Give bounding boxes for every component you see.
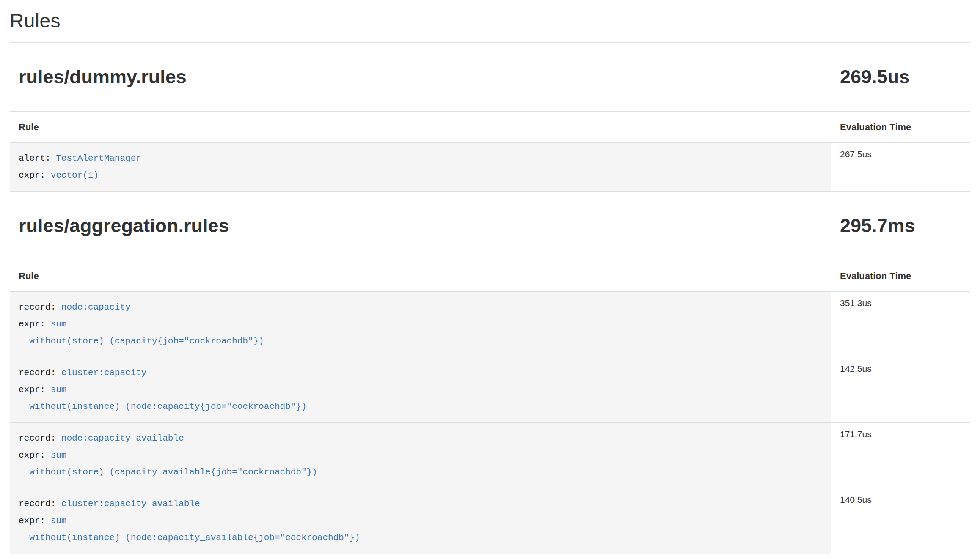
code-keyword: record:	[19, 499, 61, 509]
rule-row: record: cluster:capacityexpr: sum withou…	[10, 357, 970, 423]
code-line: without(store) (capacity{job="cockroachd…	[19, 333, 823, 350]
code-line: expr: vector(1)	[19, 167, 823, 184]
expr-link[interactable]: sum	[51, 385, 67, 395]
alert-name-link[interactable]: TestAlertManager	[56, 153, 141, 163]
rule-evaluation-time: 267.5us	[831, 143, 970, 192]
expr-link[interactable]: sum	[51, 450, 67, 460]
code-keyword: expr:	[19, 170, 51, 180]
rule-evaluation-time: 351.3us	[831, 292, 970, 357]
expr-link[interactable]: without(instance) (node:capacity{job="co…	[19, 402, 307, 411]
code-keyword: record:	[19, 368, 61, 378]
rules-page: Rules rules/dummy.rules269.5usRuleEvalua…	[0, 9, 980, 554]
rule-row: record: node:capacity_availableexpr: sum…	[10, 423, 970, 488]
code-line: expr: sum	[19, 512, 823, 529]
code-line: alert: TestAlertManager	[19, 150, 823, 167]
record-name-link[interactable]: cluster:capacity	[61, 368, 147, 378]
code-line: record: cluster:capacity_available	[19, 496, 823, 512]
record-name-link[interactable]: node:capacity_available	[61, 433, 184, 443]
evaluation-time-column-header: Evaluation Time	[831, 260, 970, 292]
code-keyword: expr:	[19, 319, 51, 329]
record-name-link[interactable]: cluster:capacity_available	[61, 499, 200, 509]
rule-group-file: rules/aggregation.rules	[19, 215, 229, 236]
rule-code-cell: record: cluster:capacity_availableexpr: …	[10, 488, 831, 554]
rule-row: alert: TestAlertManagerexpr: vector(1)26…	[10, 143, 970, 192]
page-title: Rules	[10, 9, 970, 32]
expr-link[interactable]: sum	[51, 319, 67, 329]
expr-link[interactable]: without(store) (capacity_available{job="…	[19, 467, 317, 477]
code-keyword: alert:	[19, 153, 56, 163]
code-line: without(instance) (node:capacity_availab…	[19, 529, 823, 546]
group-evaluation-time: 269.5us	[840, 66, 910, 88]
expr-link[interactable]: sum	[51, 516, 67, 526]
code-line: record: node:capacity_available	[19, 430, 823, 447]
rule-evaluation-time: 171.7us	[831, 423, 970, 488]
code-line: expr: sum	[19, 381, 823, 398]
code-line: without(store) (capacity_available{job="…	[19, 464, 823, 481]
rule-column-header: Rule	[10, 112, 831, 143]
code-keyword: expr:	[19, 516, 51, 526]
code-keyword: expr:	[19, 450, 51, 460]
column-header-row: RuleEvaluation Time	[10, 112, 970, 143]
expr-link[interactable]: without(instance) (node:capacity_availab…	[19, 533, 360, 543]
code-line: without(instance) (node:capacity{job="co…	[19, 398, 823, 415]
code-line: expr: sum	[19, 447, 823, 464]
rule-code-cell: alert: TestAlertManagerexpr: vector(1)	[10, 143, 831, 192]
rule-group-header-row: rules/dummy.rules269.5us	[10, 43, 970, 112]
column-header-row: RuleEvaluation Time	[10, 260, 970, 292]
expr-link[interactable]: without(store) (capacity{job="cockroachd…	[19, 336, 264, 346]
rule-code-cell: record: cluster:capacityexpr: sum withou…	[10, 357, 831, 423]
group-evaluation-time: 295.7ms	[840, 215, 915, 236]
code-keyword: record:	[19, 433, 61, 443]
rule-row: record: cluster:capacity_availableexpr: …	[10, 488, 970, 554]
code-line: record: cluster:capacity	[19, 364, 823, 381]
code-line: expr: sum	[19, 316, 823, 333]
rule-code-cell: record: node:capacityexpr: sum without(s…	[10, 292, 831, 357]
rules-table: rules/dummy.rules269.5usRuleEvaluation T…	[10, 42, 970, 554]
rule-evaluation-time: 142.5us	[831, 357, 970, 423]
code-keyword: expr:	[19, 385, 51, 395]
rule-group-file: rules/dummy.rules	[19, 66, 187, 88]
rule-code-cell: record: node:capacity_availableexpr: sum…	[10, 423, 831, 488]
code-line: record: node:capacity	[19, 299, 823, 316]
evaluation-time-column-header: Evaluation Time	[831, 112, 970, 143]
rule-evaluation-time: 140.5us	[831, 488, 970, 554]
code-keyword: record:	[19, 302, 61, 312]
rule-row: record: node:capacityexpr: sum without(s…	[10, 292, 970, 357]
record-name-link[interactable]: node:capacity	[61, 302, 131, 312]
rule-group-header-row: rules/aggregation.rules295.7ms	[10, 192, 970, 260]
rule-column-header: Rule	[10, 260, 831, 292]
expr-link[interactable]: vector(1)	[51, 170, 99, 180]
